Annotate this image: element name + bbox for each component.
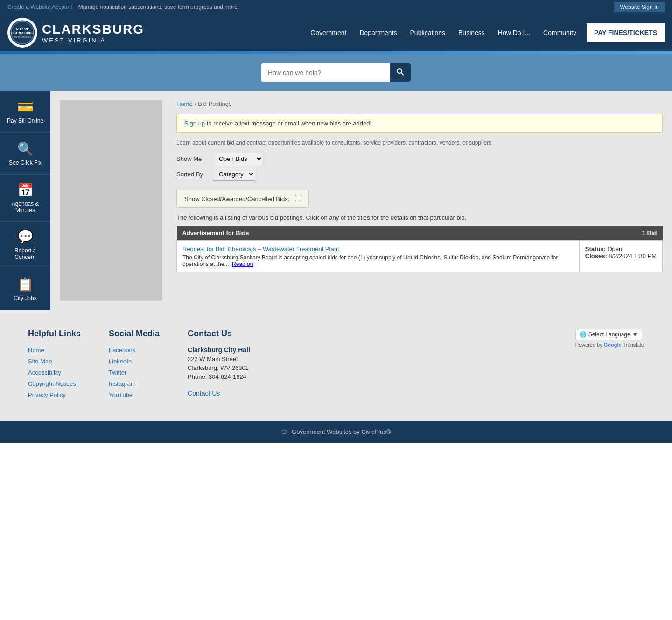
city-name-small: WEST VIRGINIA	[42, 37, 144, 44]
breadcrumb-home[interactable]: Home	[176, 100, 193, 107]
sidebar-item-pay-bill[interactable]: 💳 Pay Bill Online	[0, 91, 50, 133]
pay-bill-icon: 💳	[17, 99, 34, 115]
closed-bids-checkbox[interactable]	[295, 195, 301, 201]
translate-widget[interactable]: 🌐 Select Language ▼	[575, 329, 642, 340]
content-image	[60, 100, 162, 301]
read-on-link[interactable]: [Read on]	[231, 261, 255, 267]
svg-text:CITY OF: CITY OF	[16, 27, 29, 30]
svg-point-5	[397, 69, 402, 73]
city-jobs-icon: 📋	[17, 277, 34, 292]
following-text: The following is a listing of various bi…	[176, 214, 663, 221]
search-input[interactable]	[261, 63, 390, 82]
bid-description: The City of Clarksburg Sanitary Board is…	[182, 254, 574, 267]
bid-row: Request for Bid: Chemicals – Wastewater …	[177, 241, 663, 272]
footer-link-sitemap[interactable]: Site Map	[28, 358, 52, 365]
closes-label: Closes:	[585, 252, 607, 259]
sidebar: 💳 Pay Bill Online 🔍 See Click Fix 📅 Agen…	[0, 91, 50, 310]
status-value: Open	[607, 245, 622, 252]
list-item: Copyright Notices	[28, 380, 81, 387]
nav-government[interactable]: Government	[304, 25, 353, 40]
social-media-heading: Social Media	[109, 329, 160, 339]
sidebar-item-city-jobs[interactable]: 📋 City Jobs	[0, 268, 50, 310]
nav-how-do-i[interactable]: How Do I...	[491, 25, 537, 40]
category-header-row: Advertisement for Bids 1 Bid	[177, 226, 663, 241]
sign-up-link[interactable]: Sign up	[184, 120, 205, 127]
see-click-fix-icon: 🔍	[17, 141, 34, 157]
address2: Clarksburg, WV 26301	[188, 364, 250, 371]
nav-publications[interactable]: Publications	[404, 25, 452, 40]
sorted-by-filter: Sorted By Category Date Title	[176, 168, 663, 181]
footer-social-media: Social Media Facebook LinkedIn Twitter I…	[109, 329, 160, 402]
nav-business[interactable]: Business	[452, 25, 491, 40]
org-name: Clarksburg City Hall	[188, 346, 250, 354]
report-concern-icon: 💬	[17, 229, 34, 244]
svg-text:CLARKSBURG: CLARKSBURG	[11, 31, 34, 35]
sorted-by-select[interactable]: Category Date Title	[213, 168, 255, 181]
sidebar-item-see-click-fix[interactable]: 🔍 See Click Fix	[0, 133, 50, 175]
list-item: Twitter	[109, 369, 160, 376]
city-name: CLARKSBURG WEST VIRGINIA	[42, 22, 144, 44]
closed-bids-toggle-box: Show Closed/Awarded/Cancelled Bids:	[176, 190, 309, 208]
svg-text:WEST VIRGINIA: WEST VIRGINIA	[14, 36, 31, 39]
sorted-by-label: Sorted By	[176, 171, 209, 178]
breadcrumb-current: Bid Postings	[198, 100, 231, 107]
contact-us-link[interactable]: Contact Us	[188, 390, 220, 397]
notification-rest: to receive a text message or email when …	[205, 120, 371, 127]
sidebar-item-agendas[interactable]: 📅 Agendas & Minutes	[0, 175, 50, 222]
closes-value: 8/2/2024 1:30 PM	[609, 252, 657, 259]
footer-link-facebook[interactable]: Facebook	[109, 347, 135, 354]
bid-details-cell: Request for Bid: Chemicals – Wastewater …	[177, 241, 580, 272]
breadcrumb-separator: ›	[194, 100, 196, 107]
main-content: Home › Bid Postings Sign up to receive a…	[50, 91, 672, 310]
nav-community[interactable]: Community	[537, 25, 583, 40]
agendas-icon: 📅	[17, 182, 34, 198]
footer-bottom-text: Government Websites by CivicPlus®	[292, 428, 391, 435]
footer-civicplus-icon: ⬡	[281, 428, 287, 435]
show-me-select[interactable]: Open Bids Closed Bids All Bids	[213, 153, 263, 165]
show-me-label: Show Me	[176, 155, 209, 162]
bid-count: 1 Bid	[579, 226, 662, 241]
helpful-links-heading: Helpful Links	[28, 329, 81, 339]
footer-link-copyright[interactable]: Copyright Notices	[28, 380, 76, 387]
list-item: Instagram	[109, 380, 160, 387]
bid-title-link[interactable]: Request for Bid: Chemicals – Wastewater …	[182, 245, 339, 252]
search-box	[261, 63, 411, 82]
powered-label: Powered by	[575, 342, 602, 348]
bid-status-cell: Status: Open Closes: 8/2/2024 1:30 PM	[579, 241, 662, 272]
footer-link-instagram[interactable]: Instagram	[109, 380, 136, 387]
bids-table: Advertisement for Bids 1 Bid Request for…	[176, 226, 663, 272]
footer-link-youtube[interactable]: YouTube	[109, 391, 133, 398]
search-button[interactable]	[390, 63, 411, 82]
main-nav: Government Departments Publications Busi…	[304, 23, 665, 42]
content-area: Home › Bid Postings Sign up to receive a…	[172, 91, 672, 310]
google-translate-area: 🌐 Select Language ▼ Powered by Google Tr…	[575, 329, 644, 402]
logo-area: CITY OF CLARKSBURG WEST VIRGINIA CLARKSB…	[7, 18, 144, 48]
nav-departments[interactable]: Departments	[353, 25, 403, 40]
footer-link-privacy[interactable]: Privacy Policy	[28, 391, 66, 398]
category-label: Advertisement for Bids	[177, 226, 580, 241]
phone-value: 304-624-1624	[209, 373, 246, 380]
sidebar-item-label: Report a Concern	[4, 247, 47, 260]
social-media-list: Facebook LinkedIn Twitter Instagram YouT…	[109, 346, 160, 398]
pay-fines-button[interactable]: PAY FINES/TICKETS	[587, 23, 665, 42]
website-sign-in-button[interactable]: Website Sign In	[614, 2, 665, 12]
footer-link-linkedin[interactable]: LinkedIn	[109, 358, 132, 365]
phone-label: Phone:	[188, 373, 207, 380]
select-language-label: Select Language	[588, 331, 630, 338]
footer-content: Helpful Links Home Site Map Accessibilit…	[0, 310, 672, 421]
city-logo: CITY OF CLARKSBURG WEST VIRGINIA	[7, 18, 37, 48]
footer-link-home[interactable]: Home	[28, 347, 44, 354]
sidebar-item-label: Agendas & Minutes	[4, 201, 47, 214]
google-label: Google	[604, 342, 622, 348]
top-bar-text: Create a Website Account – Manage notifi…	[7, 4, 239, 10]
list-item: Site Map	[28, 357, 81, 365]
create-account-link[interactable]: Create a Website Account	[7, 4, 72, 10]
sidebar-item-label: See Click Fix	[9, 160, 42, 166]
sidebar-item-report-concern[interactable]: 💬 Report a Concern	[0, 222, 50, 268]
show-me-filter: Show Me Open Bids Closed Bids All Bids	[176, 153, 663, 165]
footer-link-accessibility[interactable]: Accessibility	[28, 369, 61, 376]
footer-link-twitter[interactable]: Twitter	[109, 369, 126, 376]
powered-by: Powered by Google Translate	[575, 342, 644, 348]
site-header: CITY OF CLARKSBURG WEST VIRGINIA CLARKSB…	[0, 14, 672, 51]
translate-globe-icon: 🌐	[580, 331, 587, 338]
